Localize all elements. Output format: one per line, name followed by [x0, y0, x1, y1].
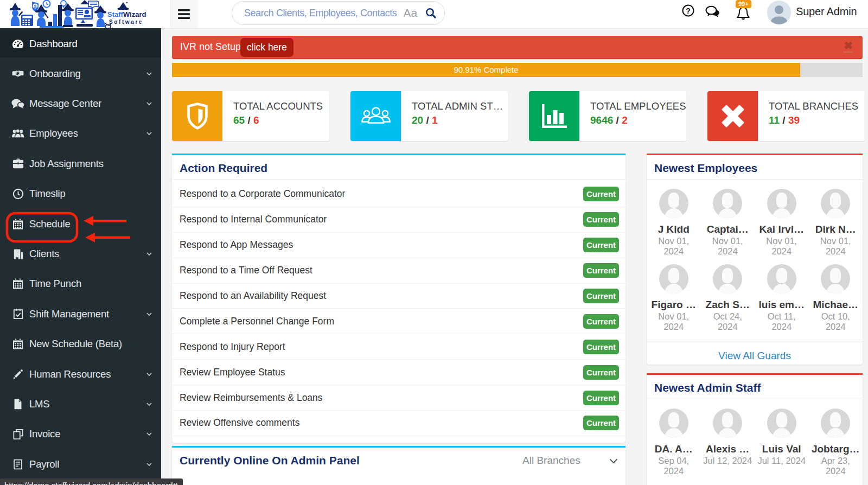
- svg-text:?: ?: [686, 7, 691, 15]
- svg-text:$: $: [34, 4, 36, 9]
- svg-text:StaffWizard: StaffWizard: [107, 10, 146, 18]
- svg-text:Software: Software: [109, 19, 143, 25]
